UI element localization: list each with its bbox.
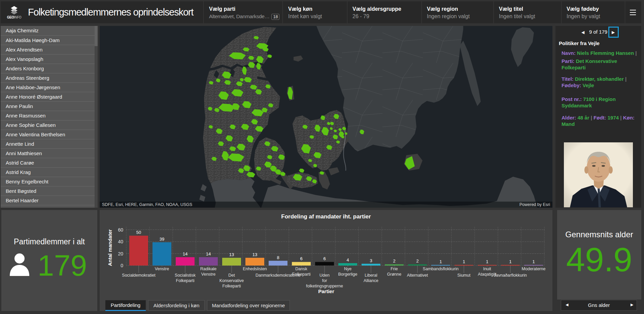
svg-text:Alternativet: Alternativet [407,273,428,278]
svg-text:1: 1 [532,259,535,264]
svg-text:Folkeparti: Folkeparti [223,284,241,288]
svg-text:Sambandsflokkurin: Sambandsflokkurin [423,267,459,271]
svg-text:6: 6 [300,256,302,261]
svg-text:20: 20 [118,251,123,256]
svg-text:13: 13 [229,252,234,257]
svg-text:2: 2 [416,258,418,264]
svg-text:13: 13 [252,252,257,257]
svg-text:Frie: Frie [391,267,398,271]
svg-text:folketingsgrupperne: folketingsgrupperne [306,284,343,288]
svg-text:Uden: Uden [319,273,330,278]
svg-text:Grønne: Grønne [387,272,401,277]
svg-text:Socialdemokratiet: Socialdemokratiet [122,273,156,278]
svg-text:Borgerlige: Borgerlige [338,272,358,277]
svg-text:Socialistisk: Socialistisk [175,273,196,278]
svg-text:1: 1 [439,259,442,264]
svg-text:1: 1 [486,259,488,264]
svg-text:60: 60 [118,227,123,233]
svg-text:Antal mandater: Antal mandater [107,229,113,266]
svg-text:2: 2 [393,258,395,264]
svg-text:Siumut: Siumut [457,273,471,278]
svg-text:Liberal: Liberal [365,273,377,278]
svg-text:Enhedslisten: Enhedslisten [243,267,267,271]
svg-text:50: 50 [136,230,141,235]
svg-text:for: for [322,278,327,283]
svg-text:Konservative: Konservative [219,278,244,283]
svg-text:14: 14 [183,251,188,256]
svg-text:Nye: Nye [344,267,351,271]
svg-text:3: 3 [370,258,372,263]
svg-text:39: 39 [160,237,164,242]
svg-text:0: 0 [121,263,123,268]
svg-text:Folkeparti: Folkeparti [292,272,311,277]
svg-text:4: 4 [346,257,349,263]
svg-text:Venstre: Venstre [155,267,169,271]
svg-text:Partier: Partier [318,288,334,294]
svg-text:1: 1 [463,259,465,264]
svg-text:Alliance: Alliance [364,278,378,283]
svg-text:GEOINFO: GEOINFO [7,15,22,19]
svg-text:Inuit: Inuit [483,267,491,271]
svg-text:Javnaðarflokkurin: Javnaðarflokkurin [494,273,527,278]
svg-text:14: 14 [206,251,211,256]
svg-text:Folkeparti: Folkeparti [176,278,195,283]
svg-text:6: 6 [323,256,326,261]
svg-text:Venstre: Venstre [201,272,215,277]
svg-text:40: 40 [118,239,123,244]
svg-text:1: 1 [509,259,511,264]
svg-text:8: 8 [277,255,279,260]
svg-text:Moderaterne: Moderaterne [522,267,546,271]
svg-text:Dansk: Dansk [295,267,307,271]
svg-text:Det: Det [228,273,235,278]
svg-text:Radikale: Radikale [200,267,217,271]
